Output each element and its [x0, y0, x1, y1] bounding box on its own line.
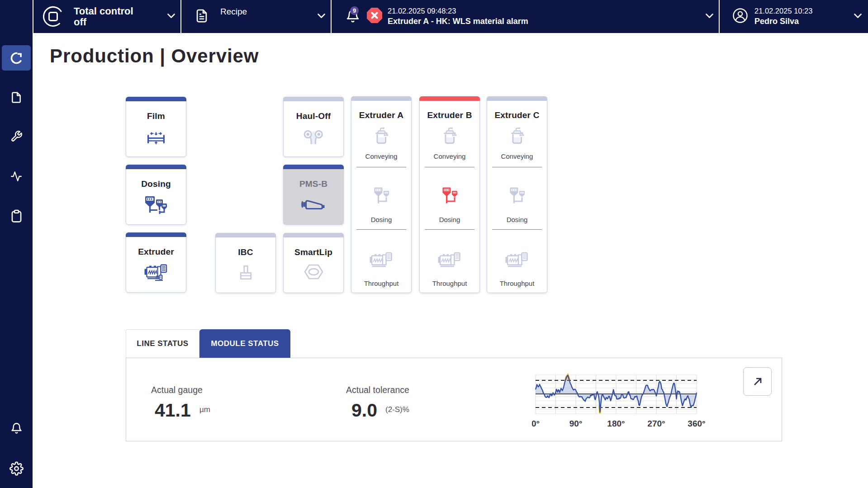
svg-text:90°: 90°: [569, 419, 583, 428]
svg-text:270°: 270°: [647, 419, 665, 428]
svg-text:180°: 180°: [607, 419, 625, 428]
svg-text:0°: 0°: [532, 419, 540, 428]
svg-text:360°: 360°: [688, 419, 705, 428]
